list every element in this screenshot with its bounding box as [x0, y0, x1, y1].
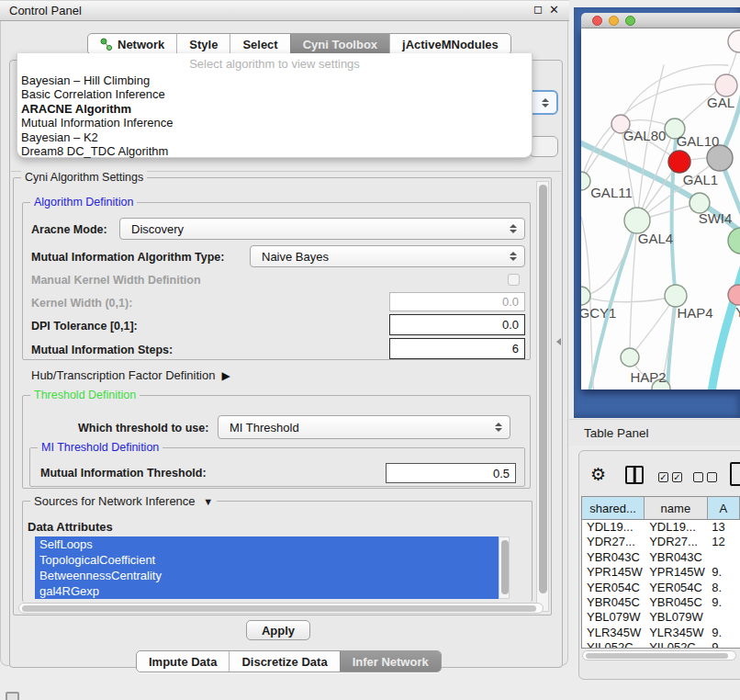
settings-scrollbar[interactable] — [536, 181, 549, 612]
table-cell[interactable]: YIL052C — [582, 640, 645, 649]
table-cell[interactable]: 12 — [707, 535, 740, 549]
table-cell[interactable]: YDR27... — [645, 535, 707, 549]
network-node[interactable] — [668, 151, 690, 173]
algorithm-option[interactable]: Bayesian – K2 — [21, 130, 528, 144]
network-node[interactable] — [621, 348, 639, 367]
table-horizontal-scrollbar[interactable] — [582, 650, 736, 660]
table-cell[interactable]: YDR27... — [582, 535, 645, 549]
table-column-header[interactable]: shared... — [582, 497, 645, 519]
sources-title-row[interactable]: Sources for Network Inference ▼ — [30, 494, 217, 508]
network-window-titlebar[interactable] — [581, 13, 740, 28]
table-cell[interactable]: 13 — [707, 520, 740, 535]
tab-cyni-toolbox[interactable]: Cyni Toolbox — [290, 34, 389, 54]
table-row[interactable]: YPR145WYPR145W9. — [582, 565, 740, 580]
tab-jactivemnodules[interactable]: jActiveMNodules — [389, 34, 510, 54]
mi-steps-field[interactable]: 6 — [389, 338, 525, 359]
table-row[interactable]: YIL052CYIL052C9. — [582, 640, 740, 649]
zoom-traffic-icon[interactable] — [625, 16, 635, 26]
data-attribute-item[interactable]: SelfLoops — [35, 536, 510, 552]
table-cell[interactable]: YBR045C — [645, 595, 707, 610]
table-cell[interactable] — [707, 550, 740, 565]
table-cell[interactable] — [707, 610, 740, 625]
algorithm-option[interactable]: Mutual Information Inference — [21, 116, 528, 130]
data-attribute-item[interactable]: gal4RGexp — [35, 583, 510, 599]
dpi-tolerance-field[interactable]: 0.0 — [389, 314, 525, 335]
close-window-icon[interactable]: ✕ — [549, 3, 559, 17]
checked-box-icon[interactable]: ✓ — [658, 472, 668, 482]
which-threshold-combo[interactable]: MI Threshold — [218, 415, 510, 439]
minimize-traffic-icon[interactable] — [609, 16, 619, 26]
checked-box-icon[interactable]: ✓ — [672, 472, 682, 482]
unchecked-box-icon[interactable] — [693, 472, 703, 482]
splitter-handle[interactable] — [556, 338, 561, 345]
table-cell[interactable]: YBR043C — [582, 550, 645, 565]
table-cell[interactable]: YDL19... — [645, 520, 707, 535]
data-attribute-item[interactable]: TopologicalCoefficient — [35, 552, 510, 568]
float-window-icon[interactable]: ◻ — [533, 3, 543, 16]
document-icon[interactable] — [730, 462, 740, 486]
table-column-header[interactable]: name — [645, 497, 707, 519]
network-node[interactable] — [581, 172, 590, 190]
table-row[interactable]: YDL19...YDL19...13 — [582, 520, 740, 535]
table-column-header[interactable]: A — [708, 497, 740, 519]
gear-icon[interactable]: ⚙ — [590, 466, 606, 483]
table-cell[interactable]: 9. — [707, 640, 740, 649]
apply-button[interactable]: Apply — [246, 620, 310, 640]
network-node[interactable] — [728, 30, 740, 52]
table-cell[interactable]: YPR145W — [645, 565, 707, 580]
algorithm-option[interactable]: Basic Correlation Inference — [21, 87, 528, 101]
mi-type-combo[interactable]: Naive Bayes — [250, 245, 525, 267]
table-cell[interactable]: 9. — [707, 626, 740, 640]
table-cell[interactable]: YDL19... — [582, 520, 645, 535]
table-cell[interactable]: YIL052C — [645, 640, 707, 649]
table-cell[interactable]: YLR345W — [582, 626, 645, 640]
horizontal-scrollbar-thumb[interactable] — [22, 605, 536, 612]
network-node[interactable] — [624, 208, 650, 233]
table-cell[interactable]: YER054C — [582, 581, 645, 595]
mi-threshold-field[interactable]: 0.5 — [386, 463, 516, 483]
table-cell[interactable]: YPR145W — [582, 565, 645, 580]
algorithm-option[interactable]: Bayesian – Hill Climbing — [21, 73, 528, 87]
horizontal-scrollbar[interactable] — [18, 603, 544, 614]
unchecked-box-icon[interactable] — [707, 472, 717, 482]
table-cell[interactable]: 9. — [707, 565, 740, 580]
network-node[interactable] — [665, 285, 687, 307]
data-attribute-item[interactable]: BetweennessCentrality — [35, 568, 510, 583]
network-node[interactable] — [581, 287, 590, 305]
table-cell[interactable]: YBR045C — [582, 595, 645, 610]
table-cell[interactable]: 8. — [707, 581, 740, 595]
close-traffic-icon[interactable] — [592, 16, 602, 26]
network-node[interactable] — [707, 145, 733, 171]
tab-network[interactable]: Network — [88, 34, 176, 54]
table-cell[interactable]: YER054C — [645, 581, 707, 595]
table-row[interactable]: YER054CYER054C8. — [582, 581, 740, 595]
algorithm-option[interactable]: ARACNE Algorithm — [21, 102, 528, 116]
table-cell[interactable]: YBL079W — [645, 610, 707, 625]
settings-scrollbar-thumb[interactable] — [539, 185, 547, 593]
manual-kernel-checkbox[interactable] — [508, 274, 520, 286]
network-node[interactable] — [715, 74, 737, 96]
table-cell[interactable]: YBL079W — [582, 610, 645, 625]
table-row[interactable]: YBR043CYBR043C — [582, 550, 740, 565]
tab-discretize-data[interactable]: Discretize Data — [229, 651, 339, 672]
network-canvas[interactable]: GALGAL80GAL10GAL1GAL11SWI4GAL4YGCY1HAP4H… — [581, 28, 740, 390]
hub-definition-toggle[interactable]: Hub/Transcription Factor Definition▶ — [31, 368, 230, 382]
attributes-scrollbar[interactable] — [499, 536, 510, 599]
attributes-scrollbar-thumb[interactable] — [501, 540, 509, 594]
network-node[interactable] — [728, 228, 740, 254]
table-cell[interactable]: 9. — [707, 595, 740, 610]
table-row[interactable]: YBL079WYBL079W — [582, 610, 740, 625]
aracne-mode-combo[interactable]: Discovery — [119, 218, 525, 240]
table-row[interactable]: YLR345WYLR345W9. — [582, 626, 740, 640]
table-hscrollbar-thumb[interactable] — [586, 653, 728, 659]
kernel-width-field[interactable]: 0.0 — [389, 292, 525, 311]
tab-style[interactable]: Style — [176, 34, 230, 54]
tab-infer-network[interactable]: Infer Network — [340, 651, 441, 672]
table-cell[interactable]: YLR345W — [645, 626, 707, 640]
tab-impute-data[interactable]: Impute Data — [137, 651, 229, 672]
tab-select[interactable]: Select — [230, 34, 289, 54]
algorithm-option[interactable]: Dream8 DC_TDC Algorithm — [21, 144, 528, 158]
column-layout-icon[interactable] — [625, 466, 644, 484]
table-row[interactable]: YDR27...YDR27...12 — [582, 535, 740, 549]
table-row[interactable]: YBR045CYBR045C9. — [582, 595, 740, 610]
